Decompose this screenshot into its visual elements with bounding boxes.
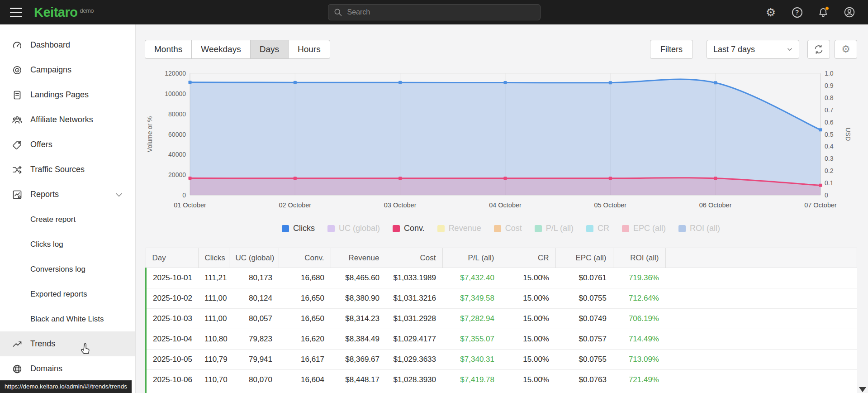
cell-value: $7,355.07 bbox=[442, 329, 501, 350]
col-epc-all[interactable]: EPC (all) bbox=[555, 248, 613, 268]
sidebar-item-affiliate-networks[interactable]: Affiliate Networks bbox=[0, 107, 135, 132]
sidebar-item-label: Reports bbox=[30, 190, 59, 199]
tag-icon bbox=[12, 139, 23, 150]
tab-months[interactable]: Months bbox=[145, 40, 192, 59]
sidebar-item-campaigns[interactable]: Campaigns bbox=[0, 58, 135, 82]
cell-value: 80,057 bbox=[229, 309, 279, 329]
svg-text:0.6: 0.6 bbox=[825, 119, 834, 126]
svg-text:07 October: 07 October bbox=[804, 201, 837, 209]
cell-value: 46,157 bbox=[229, 390, 279, 393]
legend-item[interactable]: Revenue bbox=[437, 224, 481, 233]
cell-day: 2025-10-06 bbox=[146, 370, 198, 390]
sidebar-item-create-report[interactable]: Create report bbox=[0, 207, 135, 232]
sidebar-item-traffic-sources[interactable]: Traffic Sources bbox=[0, 157, 135, 182]
cell-value: $0.0749 bbox=[555, 309, 613, 329]
sidebar-item-reports[interactable]: Reports bbox=[0, 182, 135, 207]
sidebar-item-label: Traffic Sources bbox=[30, 165, 85, 174]
svg-text:03 October: 03 October bbox=[384, 201, 417, 209]
legend-item[interactable]: Clicks bbox=[282, 224, 315, 233]
svg-text:60000: 60000 bbox=[168, 131, 186, 138]
search-input[interactable] bbox=[328, 4, 541, 20]
col-clicks[interactable]: Clicks bbox=[198, 248, 229, 268]
cell-value: 16,617 bbox=[279, 350, 331, 370]
svg-text:0.9: 0.9 bbox=[825, 82, 834, 89]
app-logo[interactable]: Keitarodemo bbox=[34, 5, 94, 20]
chevron-down-icon bbox=[786, 46, 793, 53]
col-revenue[interactable]: Revenue bbox=[331, 248, 386, 268]
col-roi-all[interactable]: ROI (all) bbox=[613, 248, 665, 268]
legend-item[interactable]: P/L (all) bbox=[535, 224, 574, 233]
svg-text:120000: 120000 bbox=[165, 70, 186, 77]
cell-value: 111,00 bbox=[198, 309, 229, 329]
svg-text:40000: 40000 bbox=[168, 151, 186, 158]
account-button[interactable] bbox=[844, 6, 855, 18]
legend-item[interactable]: UC (global) bbox=[327, 224, 380, 233]
cell-filler bbox=[665, 288, 857, 309]
tab-hours[interactable]: Hours bbox=[288, 40, 330, 59]
col-uc-global[interactable]: UC (global) bbox=[229, 248, 279, 268]
refresh-icon bbox=[814, 44, 824, 54]
sidebar-item-dashboard[interactable]: Dashboard bbox=[0, 33, 135, 58]
cell-value: 15.00% bbox=[501, 350, 555, 370]
sidebar-item-clicks-log[interactable]: Clicks log bbox=[0, 232, 135, 257]
legend-swatch bbox=[586, 225, 593, 232]
tab-weekdays[interactable]: Weekdays bbox=[191, 40, 250, 59]
legend-item[interactable]: ROI (all) bbox=[678, 224, 720, 233]
col-pl-all[interactable]: P/L (all) bbox=[442, 248, 501, 268]
svg-text:0.1: 0.1 bbox=[825, 179, 834, 187]
date-range-select[interactable]: Last 7 days bbox=[707, 40, 799, 59]
cell-value: $601.0000 bbox=[386, 390, 442, 393]
svg-text:20000: 20000 bbox=[168, 171, 186, 178]
sidebar-item-exported-reports[interactable]: Exported reports bbox=[0, 282, 135, 307]
table-row: 2025-10-03111,0080,05716,650$8,314.23$1,… bbox=[146, 309, 857, 329]
col-day[interactable]: Day bbox=[146, 248, 198, 268]
logo-text: Keitaro bbox=[34, 5, 77, 19]
filters-button[interactable]: Filters bbox=[650, 40, 693, 59]
legend-label: P/L (all) bbox=[546, 224, 574, 233]
sidebar-item-label: Create report bbox=[30, 215, 76, 224]
notifications-button[interactable] bbox=[817, 6, 829, 18]
help-icon: ? bbox=[792, 7, 802, 18]
help-button[interactable]: ? bbox=[791, 6, 803, 18]
col-cr[interactable]: CR bbox=[501, 248, 555, 268]
sidebar-item-label: Affiliate Networks bbox=[30, 115, 93, 125]
cell-value: 706.19% bbox=[613, 309, 665, 329]
legend-item[interactable]: CR bbox=[586, 224, 609, 233]
cell-value: 16,680 bbox=[279, 268, 331, 288]
hamburger-menu-icon[interactable] bbox=[10, 8, 22, 17]
legend-item[interactable]: EPC (all) bbox=[622, 224, 666, 233]
scroll-down-indicator[interactable] bbox=[859, 387, 866, 392]
sidebar-item-trends[interactable]: Trends bbox=[0, 331, 135, 356]
settings-button[interactable]: ⚙ bbox=[765, 6, 777, 18]
legend-item[interactable]: Conv. bbox=[393, 224, 425, 233]
col-cost[interactable]: Cost bbox=[386, 248, 442, 268]
chart-settings-button[interactable]: ⚙ bbox=[835, 40, 857, 59]
cell-value: $0.0775 bbox=[555, 390, 613, 393]
sidebar-item-offers[interactable]: Offers bbox=[0, 132, 135, 157]
legend-swatch bbox=[327, 225, 335, 232]
sidebar-item-black-and-white-lists[interactable]: Black and White Lists bbox=[0, 307, 135, 331]
cell-value: 110,79 bbox=[198, 350, 229, 370]
legend-item[interactable]: Cost bbox=[494, 224, 522, 233]
cell-day: 2025-10-07 bbox=[146, 390, 198, 393]
trends-chart: 02000040000600008000010000012000000.10.2… bbox=[145, 66, 850, 216]
svg-text:USD: USD bbox=[844, 128, 850, 141]
refresh-button[interactable] bbox=[807, 40, 830, 59]
cell-value: $7,419.78 bbox=[442, 370, 501, 390]
sidebar-item-landings-pages[interactable]: Landings Pages bbox=[0, 82, 135, 107]
svg-text:0.3: 0.3 bbox=[825, 155, 834, 162]
cell-value: 714.49% bbox=[613, 329, 665, 350]
sidebar-item-label: Offers bbox=[30, 140, 52, 149]
svg-text:100000: 100000 bbox=[165, 90, 186, 97]
cell-value: 15.00% bbox=[501, 329, 555, 350]
cell-value: 15.00% bbox=[501, 309, 555, 329]
sidebar-item-label: Domains bbox=[30, 364, 62, 374]
tab-days[interactable]: Days bbox=[250, 40, 289, 59]
cell-value: 110,70 bbox=[198, 370, 229, 390]
legend-label: CR bbox=[598, 224, 609, 233]
col-conv[interactable]: Conv. bbox=[279, 248, 331, 268]
cell-value: 727.59% bbox=[613, 390, 665, 393]
sidebar-item-domains[interactable]: Domains bbox=[0, 356, 135, 381]
cell-value: $7,432.40 bbox=[442, 268, 501, 288]
sidebar-item-conversions-log[interactable]: Conversions log bbox=[0, 257, 135, 282]
